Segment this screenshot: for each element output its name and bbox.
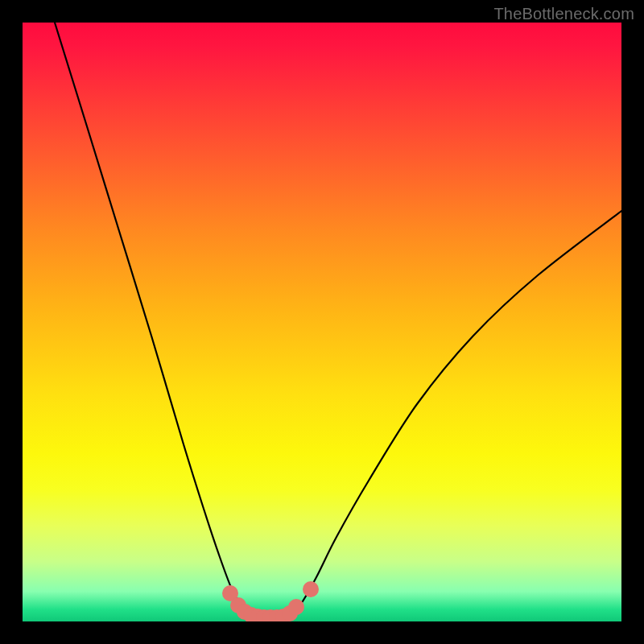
curve-group [55,23,621,621]
bottom-marker-cluster [222,581,319,621]
marker-dot [288,599,304,615]
chart-frame: TheBottleneck.com [0,0,644,644]
curve-layer [23,23,621,621]
marker-dot [303,581,319,597]
plot-area [23,23,621,621]
curve-left-branch [55,23,254,617]
curve-right-branch [288,211,621,617]
watermark-text: TheBottleneck.com [493,5,634,23]
